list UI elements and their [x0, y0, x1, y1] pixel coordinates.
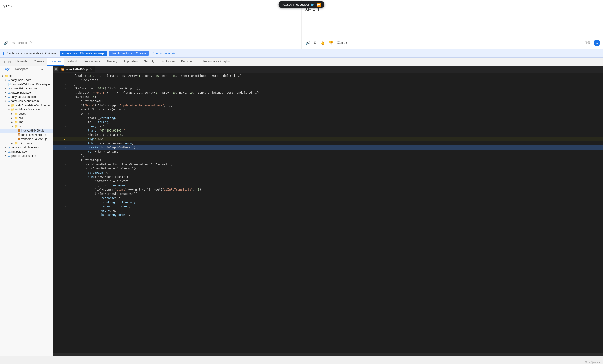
tab-security[interactable]: Security [141, 58, 157, 66]
code-editor: ⊞ JS index.b9894604.js ✕ - f.make: 15), … [53, 66, 603, 356]
line-arrow: - [63, 141, 68, 145]
code-line: - trans: "674107.961034" [53, 129, 603, 133]
line-arrow: - [63, 116, 68, 120]
line-arrow: - [63, 213, 68, 217]
code-line: - simple_trans_flag: 3, [53, 133, 603, 137]
tab-sources[interactable]: Sources [47, 58, 64, 66]
line-arrow: - [63, 171, 68, 175]
debugger-paused-label: Paused in debugger [282, 3, 309, 6]
char-limit-icon: ⓘ [29, 41, 32, 45]
line-arrow: - [63, 200, 68, 204]
code-line: - fromLang: _.fromLang, [53, 200, 603, 204]
switch-to-chinese-button[interactable]: Switch DevTools to Chinese [109, 51, 149, 56]
tree-item[interactable]: ▼☁fanyiapp.cdn.bcebos.com [0, 145, 53, 150]
tab-console[interactable]: Console [30, 58, 47, 66]
tree-item[interactable]: ▶📁static/translation/img/header [0, 103, 53, 108]
copy-button[interactable]: ⧉ [313, 40, 317, 46]
tree-item[interactable]: ▼☁dlswbr.baidu.com [0, 91, 53, 95]
sidebar-more-tabs[interactable]: » [41, 67, 43, 71]
tree-item[interactable]: JSindex.b9894604.js [0, 129, 53, 133]
tree-item[interactable]: JSruntime.6c752c47.js [0, 133, 53, 137]
tree-item[interactable]: ▼☁fanyi-api.baidu.com [0, 95, 53, 99]
code-line: - l.transQueueHelper = "kw">new C({ [53, 166, 603, 171]
tree-item[interactable]: ▼📁js [0, 124, 53, 129]
code-line: - badCaseByForce: v, [53, 213, 603, 217]
sidebar-tabs: Page Workspace » ⋮ [0, 66, 53, 73]
thumbs-down-button[interactable]: 👎 [328, 40, 334, 46]
line-arrow: ► [63, 137, 68, 141]
line-arrow: - [63, 188, 68, 192]
resume-button[interactable]: ▶ [311, 2, 314, 7]
dont-show-again-button[interactable]: Don't show again [151, 51, 177, 56]
tab-performance[interactable]: Performance [81, 58, 104, 66]
line-arrow: - [63, 192, 68, 196]
tree-item[interactable]: ▼☁hm.baidu.com [0, 150, 53, 154]
code-line: - }, [53, 154, 603, 158]
code-line: - k."fn">log(), [53, 158, 603, 162]
tab-elements[interactable]: Elements [12, 58, 30, 66]
star-button[interactable]: ☆ [11, 40, 16, 46]
code-tab-index-js[interactable]: JS index.b9894604.js ✕ [59, 66, 95, 72]
tree-item[interactable]: ▼☁fanyi.baidu.com [0, 78, 53, 82]
thumbs-up-button[interactable]: 👍 [319, 40, 326, 46]
code-line: - e = l."fn">processQuery(e), [53, 108, 603, 112]
tree-item[interactable]: ▶📁css [0, 116, 53, 120]
tab-lighthouse[interactable]: Lighthouse [157, 58, 178, 66]
line-arrow: - [63, 133, 68, 137]
translation-input[interactable]: yes [3, 3, 299, 38]
dock-icon[interactable]: ⊟ [1, 59, 7, 64]
audio-right-button[interactable]: 🔊 [304, 40, 311, 46]
sidebar-menu-button[interactable]: ⋮ [45, 66, 51, 72]
line-arrow: - [63, 82, 68, 86]
inspect-icon[interactable]: ⊡ [7, 59, 12, 64]
line-arrow: - [63, 103, 68, 108]
line-arrow: - [63, 183, 68, 188]
translation-right-panel: 是的 🔊 ⧉ 👍 👎 笔记 ▾ 拼音 G [302, 0, 603, 49]
tab-network[interactable]: Network [64, 58, 81, 66]
tree-item[interactable]: ▼☁passport.baidu.com [0, 154, 53, 158]
line-arrow: - [63, 99, 68, 103]
tab-memory[interactable]: Memory [104, 58, 120, 66]
code-line: - } [53, 82, 603, 86]
line-arrow: - [63, 204, 68, 209]
code-line: - token: window.common.token, [53, 141, 603, 145]
tree-item[interactable]: ▶📁img [0, 120, 53, 124]
tree-item[interactable]: 📄translate?aldtype=16047&que... [0, 82, 53, 86]
tree-item[interactable]: ▼☁fanyi-cdn.bcebos.com [0, 99, 53, 103]
sidebar-tree: ▶📁top▼☁fanyi.baidu.com📄translate?aldtype… [0, 73, 53, 356]
code-line: - "kw">return n(6418)."fn">clearOutput()… [53, 86, 603, 91]
char-count: 3/1000 [18, 41, 27, 45]
code-line: - response: r, [53, 196, 603, 200]
tree-item[interactable]: ▶📁top [0, 74, 53, 78]
tree-item[interactable]: ▶📁asset [0, 112, 53, 116]
debugger-paused-bar: Paused in debugger ▶ ⏩ [278, 1, 325, 8]
sidebar: Page Workspace » ⋮ ▶📁top▼☁fanyi.baidu.co… [0, 66, 53, 356]
fast-forward-button[interactable]: ⏩ [316, 2, 321, 7]
audio-left-button[interactable]: 🔊 [3, 40, 9, 46]
tab-performance-insights[interactable]: Performance insights ⌥ [200, 58, 237, 66]
code-scrollbar[interactable] [53, 353, 603, 356]
pinyin-label: 拼音 [584, 41, 590, 45]
close-tab-icon[interactable]: ✕ [90, 67, 93, 71]
line-arrow: - [63, 150, 68, 154]
sidebar-tab-page[interactable]: Page [2, 66, 11, 72]
js-file-icon: JS [61, 68, 64, 71]
tree-item[interactable]: ▼📁webStatic/translation [0, 108, 53, 112]
tab-recorder[interactable]: Recorder ⌥ [178, 58, 200, 66]
notes-button[interactable]: 笔记 ▾ [336, 39, 348, 46]
code-content[interactable]: - f.make: 15), r = j {tryEntries: Array(… [53, 73, 603, 353]
tree-item[interactable]: ▶📁third_party [0, 141, 53, 145]
code-line: - f."fn">show(), [53, 99, 603, 103]
code-line: - ts: +"kw">new Date [53, 150, 603, 154]
sidebar-tab-workspace[interactable]: Workspace [13, 66, 30, 72]
banner-text: DevTools is now available in Chinese! [6, 52, 58, 55]
code-tab-label: index.b9894604.js [66, 68, 88, 71]
line-arrow: - [63, 196, 68, 200]
tree-item[interactable]: JSvendors.9549ece9.js [0, 137, 53, 141]
tree-item[interactable]: ▼☁correcttxt.baidu.com [0, 86, 53, 91]
tab-application[interactable]: Application [120, 58, 141, 66]
match-language-button[interactable]: Always match Chrome's language [60, 51, 107, 56]
line-arrow: - [63, 78, 68, 82]
code-line: - paramData: w, [53, 171, 603, 175]
sidebar-toggle[interactable]: ⊞ [54, 67, 58, 71]
